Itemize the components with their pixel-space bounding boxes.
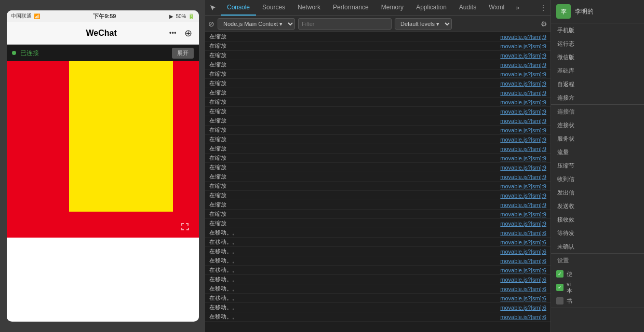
log-row: 在缩放movable.js?[sm]:9 [205,116,551,126]
canvas-area [7,61,199,238]
log-source[interactable]: movable.js?[sm]:9 [500,192,546,199]
tab-console[interactable]: Console [221,0,256,16]
log-source[interactable]: movable.js?[sm]:9 [500,90,546,96]
menu-item-wechat[interactable]: 微信版 [551,50,644,64]
clear-console-button[interactable]: ⊘ [208,20,214,28]
checkbox-2[interactable] [556,297,564,305]
log-text: 在移动。。 [209,285,500,293]
menu-item-lib[interactable]: 基础库 [551,64,644,77]
tab-application[interactable]: Application [410,0,453,16]
log-source[interactable]: movable.js?[sm]:9 [500,146,546,152]
log-source[interactable]: movable.js?[sm]:9 [500,34,546,40]
settings-button[interactable]: ⚙ [541,20,547,28]
log-source[interactable]: movable.js?[sm]:6 [500,276,546,283]
tab-network[interactable]: Network [291,0,327,16]
devtools-menu-button[interactable]: ⋮ [536,4,551,11]
status-right: ▶ 50% 🔋 [169,13,194,19]
log-source[interactable]: movable.js?[sm]:6 [500,314,546,320]
more-tabs-button[interactable]: » [513,4,522,11]
setting-label-0: 使 [567,270,572,278]
log-text: 在缩放 [209,42,500,50]
battery-icon: 🔋 [188,13,194,19]
log-text: 在缩放 [209,173,500,181]
log-text: 在移动。。 [209,229,500,237]
log-source[interactable]: movable.js?[sm]:9 [500,220,546,227]
setting-label-2: 书 [567,297,572,305]
status-left: 中国联通 📶 [11,12,40,20]
filter-input[interactable] [298,18,392,30]
add-icon[interactable]: ⊕ [184,27,192,39]
log-row: 在缩放movable.js?[sm]:9 [205,144,551,154]
log-source[interactable]: movable.js?[sm]:6 [500,295,546,301]
console-output[interactable]: 在缩放movable.js?[sm]:9在缩放movable.js?[sm]:9… [205,32,551,332]
log-source[interactable]: movable.js?[sm]:9 [500,62,546,68]
menu-item-runtime[interactable]: 运行态 [551,37,644,50]
log-source[interactable]: movable.js?[sm]:9 [500,211,546,217]
log-row: 在移动。。movable.js?[sm]:6 [205,256,551,266]
unconfirmed: 未确认 [551,240,644,253]
devtools-toolbar: Console Sources Network Performance Memo… [205,0,551,16]
log-source[interactable]: movable.js?[sm]:9 [500,183,546,189]
log-source[interactable]: movable.js?[sm]:9 [500,80,546,87]
open-button[interactable]: 展开 [172,48,194,59]
log-source[interactable]: movable.js?[sm]:6 [500,248,546,255]
checkbox-1[interactable]: ✓ [556,284,564,291]
log-source[interactable]: movable.js?[sm]:6 [500,286,546,292]
context-selector[interactable]: Node.js Main Context ▾ [218,18,295,30]
checkbox-0[interactable]: ✓ [556,270,564,278]
log-source[interactable]: movable.js?[sm]:9 [500,52,546,59]
log-source[interactable]: movable.js?[sm]:9 [500,174,546,180]
tab-wxml[interactable]: Wxml [482,0,511,16]
menu-item-return[interactable]: 自返程 [551,77,644,91]
log-source[interactable]: movable.js?[sm]:9 [500,43,546,49]
username: 李明的 [575,7,594,16]
log-source[interactable]: movable.js?[sm]:6 [500,305,546,311]
log-source[interactable]: movable.js?[sm]:9 [500,71,546,77]
log-source[interactable]: movable.js?[sm]:9 [500,99,546,105]
log-text: 在缩放 [209,210,500,218]
tab-audits[interactable]: Audits [453,0,482,16]
tab-performance[interactable]: Performance [327,0,375,16]
log-source[interactable]: movable.js?[sm]:6 [500,239,546,245]
log-source[interactable]: movable.js?[sm]:9 [500,202,546,208]
log-source[interactable]: movable.js?[sm]:9 [500,136,546,143]
yellow-movable-block[interactable] [69,61,173,212]
log-row: 在移动。。movable.js?[sm]:6 [205,284,551,294]
log-source[interactable]: movable.js?[sm]:9 [500,127,546,133]
log-row: 在缩放movable.js?[sm]:9 [205,182,551,191]
menu-item-connect[interactable]: 连接方 [551,91,644,104]
log-text: 在缩放 [209,163,500,171]
more-icon[interactable]: ••• [169,29,177,37]
log-row: 在缩放movable.js?[sm]:9 [205,98,551,107]
log-source[interactable]: movable.js?[sm]:9 [500,108,546,115]
log-row: 在缩放movable.js?[sm]:9 [205,210,551,219]
log-row: 在缩放movable.js?[sm]:9 [205,79,551,88]
level-selector[interactable]: Default levels ▾ [395,18,452,30]
expand-icon[interactable] [180,222,190,233]
battery-text: 50% [176,13,186,19]
menu-item-phone[interactable]: 手机版 [551,23,644,37]
log-row: 在缩放movable.js?[sm]:9 [205,200,551,210]
log-text: 在缩放 [209,61,500,68]
send-receive: 发送收 [551,199,644,213]
avatar: 李 [556,4,571,19]
log-source[interactable]: movable.js?[sm]:9 [500,118,546,124]
log-row: 在缩放movable.js?[sm]:9 [205,219,551,228]
log-text: 在缩放 [209,135,500,143]
log-row: 在移动。。movable.js?[sm]:6 [205,228,551,238]
log-source[interactable]: movable.js?[sm]:9 [500,164,546,171]
log-source[interactable]: movable.js?[sm]:6 [500,267,546,273]
log-source[interactable]: movable.js?[sm]:9 [500,155,546,161]
log-text: 在缩放 [209,154,500,162]
receive-eff: 接收效 [551,213,644,226]
log-source[interactable]: movable.js?[sm]:6 [500,258,546,264]
tab-memory[interactable]: Memory [375,0,410,16]
log-source[interactable]: movable.js?[sm]:6 [500,230,546,236]
log-row: 在移动。。movable.js?[sm]:6 [205,303,551,312]
devtools-cursor-icon[interactable] [205,4,221,11]
tab-sources[interactable]: Sources [256,0,291,16]
log-row: 在缩放movable.js?[sm]:9 [205,32,551,42]
log-row: 在移动。。movable.js?[sm]:6 [205,238,551,247]
simulator-panel: 中国联通 📶 下午9:59 ▶ 50% 🔋 WeChat ••• ⊕ 已连接 展… [0,0,205,332]
signal-icon: ▶ [169,13,173,19]
